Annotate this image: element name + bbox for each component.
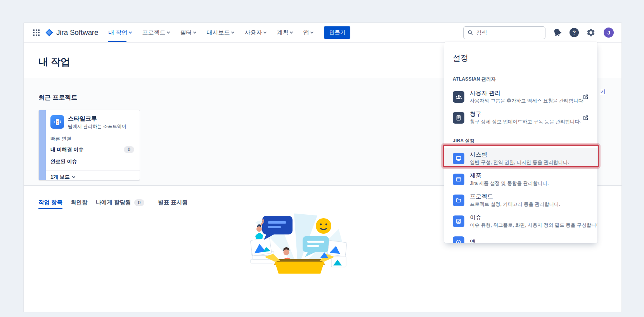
board-count-label: 1개 보드 xyxy=(50,174,70,181)
project-board-toggle[interactable]: 1개 보드 xyxy=(46,170,140,181)
avatar-initial: J xyxy=(607,30,610,36)
project-card-stripe xyxy=(39,110,46,180)
nav-item-people[interactable]: 사용자 xyxy=(244,23,266,42)
gear-icon xyxy=(586,28,596,37)
settings-item-title: 제품 xyxy=(470,172,589,179)
chevron-down-icon xyxy=(231,30,234,33)
settings-item-desc: 프로젝트 설정, 카테고리 등을 관리합니다. xyxy=(470,201,589,208)
create-button[interactable]: 만들기 xyxy=(324,26,350,39)
profile-avatar[interactable]: J xyxy=(603,27,615,38)
tab-assigned-to-me[interactable]: 나에게 할당됨 0 xyxy=(96,199,145,209)
nav-item-apps[interactable]: 앱 xyxy=(303,23,313,42)
settings-item-desc: 청구 상세 정보 업데이트하고 구독 등을 관리합니다. xyxy=(470,119,577,125)
settings-item-desc: Jira 제품 설정 및 통합을 관리합니다. xyxy=(470,180,589,187)
chevron-down-icon xyxy=(193,30,196,33)
nav-item-plans[interactable]: 계획 xyxy=(277,23,293,42)
chevron-down-icon xyxy=(129,30,132,33)
chevron-down-icon xyxy=(167,30,170,33)
external-link-icon xyxy=(583,115,589,121)
settings-item-projects[interactable]: 프로젝트 프로젝트 설정, 카테고리 등을 관리합니다. xyxy=(444,190,597,211)
settings-item-issues[interactable]: 이슈 이슈 유형, 워크플로, 화면, 사용자 정의 필드 등을 구성합니다. xyxy=(444,211,597,232)
nav-item-projects[interactable]: 프로젝트 xyxy=(142,23,170,42)
settings-dropdown: 설정 ATLASSIAN 관리자 사용자 관리 사용자와 그룹을 추가하고 액세… xyxy=(444,42,597,243)
settings-item-title: 앱 xyxy=(470,238,589,243)
project-card[interactable]: 스타일크루 팀에서 관리하는 소프트웨어 빠른 연결 내 미해결 이슈 0 완료… xyxy=(38,110,140,181)
search-icon xyxy=(467,29,473,36)
tab-label: 확인함 xyxy=(71,199,88,206)
jira-logo-icon xyxy=(45,28,54,37)
nav-label: 대시보드 xyxy=(206,29,230,36)
link-my-open-issues[interactable]: 내 미해결 이슈 0 xyxy=(50,146,134,153)
nav-label: 필터 xyxy=(180,29,192,36)
link-label: 내 미해결 이슈 xyxy=(50,146,83,153)
nav-label: 사용자 xyxy=(244,29,262,36)
nav-label: 계획 xyxy=(277,29,288,36)
top-navigation-bar: Jira Software 내 작업 프로젝트 필터 대시보드 사용자 계획 xyxy=(24,23,621,43)
nav-label: 앱 xyxy=(303,29,309,36)
topbar-right-controls: ? J xyxy=(463,26,615,39)
jira-logo-text: Jira Software xyxy=(56,28,98,37)
settings-item-title: 시스템 xyxy=(470,151,589,158)
search-input[interactable] xyxy=(476,29,541,36)
chevron-down-icon xyxy=(72,175,75,178)
project-type: 팀에서 관리하는 소프트웨어 xyxy=(68,123,126,130)
open-issues-count-badge: 0 xyxy=(124,146,134,153)
products-icon xyxy=(453,174,464,185)
settings-item-title: 프로젝트 xyxy=(470,193,589,200)
settings-item-title: 이슈 xyxy=(470,214,589,221)
app-switcher-button[interactable] xyxy=(31,27,42,38)
project-name[interactable]: 스타일크루 xyxy=(68,115,126,122)
tab-label: 별표 표시됨 xyxy=(158,199,188,206)
empty-state-illustration xyxy=(240,214,348,274)
settings-item-title: 청구 xyxy=(470,110,577,118)
chevron-down-icon xyxy=(263,30,267,33)
project-avatar-icon xyxy=(50,115,64,129)
nav-label: 내 작업 xyxy=(108,29,127,36)
settings-section-atlassian-admin: ATLASSIAN 관리자 xyxy=(444,76,597,83)
main-navigation: 내 작업 프로젝트 필터 대시보드 사용자 계획 앱 xyxy=(108,23,313,42)
projects-icon xyxy=(453,195,464,206)
search-box[interactable] xyxy=(463,26,545,39)
nav-item-dashboards[interactable]: 대시보드 xyxy=(206,23,234,42)
settings-item-billing[interactable]: 청구 청구 상세 정보 업데이트하고 구독 등을 관리합니다. xyxy=(444,107,597,128)
settings-item-user-management[interactable]: 사용자 관리 사용자와 그룹을 추가하고 액세스 요청을 관리합니다. xyxy=(444,86,597,107)
help-icon: ? xyxy=(570,28,579,37)
external-link-icon xyxy=(583,94,589,100)
tab-label: 작업 항목 xyxy=(38,199,62,206)
link-label: 완료된 이슈 xyxy=(50,158,77,165)
quick-links-label: 빠른 연결 xyxy=(50,136,134,142)
system-icon xyxy=(453,153,464,164)
notifications-button[interactable] xyxy=(553,28,562,37)
settings-button[interactable] xyxy=(586,28,596,37)
jira-logo[interactable]: Jira Software xyxy=(45,28,98,37)
settings-item-desc: 이슈 유형, 워크플로, 화면, 사용자 정의 필드 등을 구성합니다. xyxy=(470,222,589,229)
settings-item-system[interactable]: 시스템 일반 구성, 전역 권한, 디자인 등을 관리합니다. xyxy=(444,148,597,169)
settings-section-jira-settings: JIRA 설정 xyxy=(444,138,597,144)
assigned-count-badge: 0 xyxy=(134,199,145,206)
app-grid-icon xyxy=(33,29,40,36)
issues-icon xyxy=(453,215,464,227)
apps-icon xyxy=(453,236,464,243)
bell-icon xyxy=(551,26,564,39)
link-done-issues[interactable]: 완료된 이슈 xyxy=(50,158,134,165)
help-button[interactable]: ? xyxy=(570,28,579,37)
billing-icon xyxy=(453,112,464,124)
tab-starred[interactable]: 별표 표시됨 xyxy=(158,199,188,209)
chevron-down-icon xyxy=(310,30,313,33)
settings-item-title: 사용자 관리 xyxy=(470,90,577,97)
nav-item-filters[interactable]: 필터 xyxy=(180,23,196,42)
settings-item-products[interactable]: 제품 Jira 제품 설정 및 통합을 관리합니다. xyxy=(444,169,597,190)
users-icon xyxy=(453,91,464,103)
nav-label: 프로젝트 xyxy=(142,29,165,36)
tab-work-items[interactable]: 작업 항목 xyxy=(38,199,62,209)
tab-label: 나에게 할당됨 xyxy=(96,199,131,206)
view-all-link-partial[interactable]: 기 xyxy=(600,88,606,95)
chevron-down-icon xyxy=(290,30,293,33)
settings-dropdown-title: 설정 xyxy=(444,53,597,63)
settings-item-apps[interactable]: 앱 xyxy=(444,232,597,243)
tab-viewed[interactable]: 확인함 xyxy=(71,199,88,209)
nav-item-my-work[interactable]: 내 작업 xyxy=(108,23,132,42)
settings-item-desc: 일반 구성, 전역 권한, 디자인 등을 관리합니다. xyxy=(470,159,589,166)
settings-item-desc: 사용자와 그룹을 추가하고 액세스 요청을 관리합니다. xyxy=(470,98,577,104)
